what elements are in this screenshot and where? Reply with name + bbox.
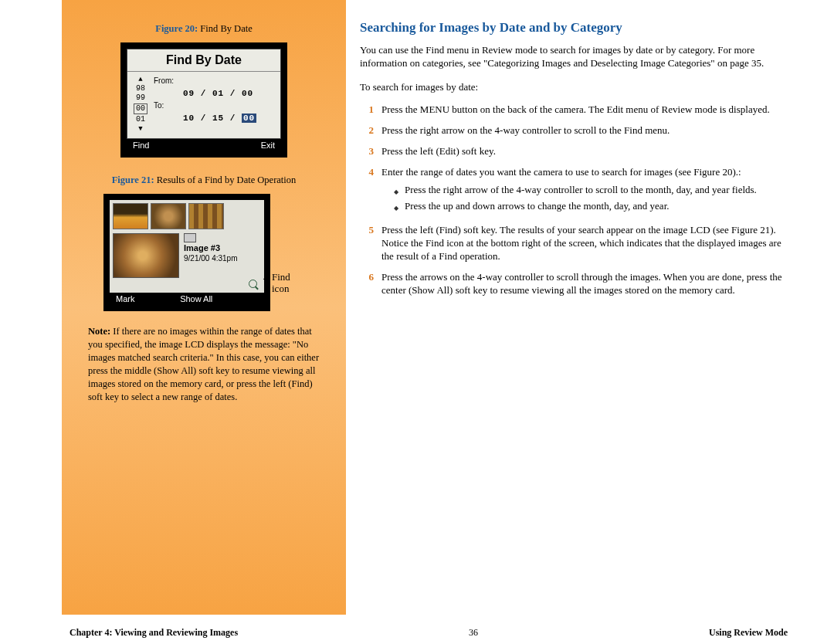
footer-chapter: Chapter 4: Viewing and Reviewing Images [70,627,238,639]
figure-21-caption: Figure 21: Results of a Find by Date Ope… [85,175,323,186]
find-icon [249,280,259,290]
softkey-find: Find [133,141,149,150]
lcd-title: Find By Date [127,49,280,72]
step-item: 5Press the left (Find) soft key. The res… [360,223,788,263]
main-content: Searching for Images by Date and by Cate… [346,0,834,615]
selection-marker-icon [184,233,196,242]
thumbnail [151,203,186,229]
step-number: 6 [360,270,374,297]
step-number: 2 [360,124,374,137]
step-item: 4Enter the range of dates you want the c… [360,165,788,215]
preview-image [113,233,179,278]
step-number: 3 [360,144,374,158]
lead-text: To search for images by date: [360,80,788,93]
figure-20-caption: Figure 20: Find By Date [85,23,323,35]
step-text: Press the arrows on the 4-way controller… [381,270,788,297]
lcd-scroll-column: ▲ 98 99 00 01 ▼ [132,75,149,134]
figure-20-lcd: Find By Date ▲ 98 99 00 01 ▼ From: 09 [120,42,287,158]
find-icon-callout: Find icon [272,271,290,294]
step-number: 1 [360,103,374,116]
step-item: 3Press the left (Edit) soft key. [360,144,788,158]
step-text: Press the left (Find) soft key. The resu… [381,223,788,263]
section-heading: Searching for Images by Date and by Cate… [360,20,788,36]
figure-21-lcd: Image #3 9/21/00 4:31pm Mark Show All [103,194,270,311]
thumbnail [188,203,224,229]
image-metadata: Image #3 9/21/00 4:31pm [184,242,238,264]
step-item: 2Press the right arrow on the 4-way cont… [360,124,788,137]
footer-page-number: 36 [238,627,709,639]
substep-item: Press the up and down arrows to change t… [394,199,788,212]
softkey-mark: Mark [116,294,134,303]
note-text: Note: If there are no images within the … [85,325,323,404]
intro-paragraph: You can use the Find menu in Review mode… [360,43,788,69]
softkey-exit: Exit [261,141,275,150]
step-text: Enter the range of dates you want the ca… [381,165,788,215]
lcd-date-fields: From: 09 / 01 / 00 To: 10 / 15 / 00 [154,75,274,134]
step-number: 4 [360,165,374,215]
softkey-show-all: Show All [180,294,212,303]
substep-item: Press the right arrow of the 4-way contr… [394,183,788,196]
step-text: Press the right arrow on the 4-way contr… [381,124,788,137]
step-item: 6Press the arrows on the 4-way controlle… [360,270,788,297]
step-item: 1Press the MENU button on the back of th… [360,103,788,116]
step-text: Press the MENU button on the back of the… [381,103,788,116]
steps-list: 1Press the MENU button on the back of th… [360,103,788,297]
step-number: 5 [360,223,374,263]
thumbnail [113,203,148,229]
substeps-list: Press the right arrow of the 4-way contr… [381,183,788,212]
sidebar: Figure 20: Find By Date Find By Date ▲ 9… [62,0,346,615]
page-footer: Chapter 4: Viewing and Reviewing Images … [0,621,834,644]
step-text: Press the left (Edit) soft key. [381,144,788,158]
footer-section: Using Review Mode [709,627,788,639]
